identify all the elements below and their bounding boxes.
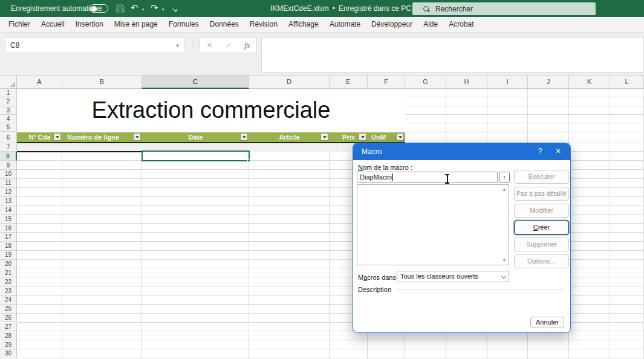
merged-title-cell[interactable]: Extraction commerciale	[17, 89, 405, 132]
filter-dropdown-icon[interactable]	[133, 133, 141, 141]
row-header-24[interactable]: 24	[0, 296, 17, 305]
row-header-20[interactable]: 20	[0, 260, 17, 269]
row-header-10[interactable]: 10	[0, 170, 17, 179]
row-header-4[interactable]: 4	[0, 115, 17, 123]
fill-handle[interactable]	[247, 159, 250, 162]
confirm-entry-icon[interactable]: ✓	[226, 41, 232, 50]
row-header-21[interactable]: 21	[0, 268, 17, 277]
filter-dropdown-icon[interactable]	[53, 133, 61, 141]
row-header-3[interactable]: 3	[0, 106, 17, 115]
column-header-K[interactable]: K	[569, 76, 610, 89]
row-header-7[interactable]: 7	[0, 143, 17, 152]
row-header-13[interactable]: 13	[0, 197, 17, 206]
tab-revision[interactable]: Révision	[244, 17, 283, 32]
row-header-27[interactable]: 27	[0, 323, 17, 332]
row-header-9[interactable]: 9	[0, 161, 17, 170]
row-header-25[interactable]: 25	[0, 305, 17, 314]
row-header-22[interactable]: 22	[0, 277, 17, 286]
row-header-5[interactable]: 5	[0, 123, 17, 132]
row-header-18[interactable]: 18	[0, 242, 17, 251]
row-header-16[interactable]: 16	[0, 224, 17, 233]
row-header-17[interactable]: 17	[0, 233, 17, 242]
close-icon[interactable]: ✕	[553, 147, 563, 155]
search-input[interactable]: Rechercher	[412, 2, 596, 15]
row-header-30[interactable]: 30	[0, 349, 17, 358]
row-header-8[interactable]: 8	[0, 152, 17, 161]
row-header-23[interactable]: 23	[0, 286, 17, 296]
insert-function-icon[interactable]: fx	[244, 40, 250, 50]
filter-dropdown-icon[interactable]	[320, 133, 328, 141]
column-header-H[interactable]: H	[446, 76, 487, 89]
filter-dropdown-icon[interactable]	[240, 133, 248, 141]
redo-icon[interactable]: ↷	[151, 2, 158, 14]
filter-dropdown-icon[interactable]	[359, 133, 366, 141]
run-button[interactable]: Exécuter	[514, 170, 569, 184]
redo-dropdown-icon[interactable]: ▾	[162, 7, 164, 12]
column-header-L[interactable]: L	[610, 76, 644, 89]
column-header-G[interactable]: G	[405, 76, 446, 89]
help-icon[interactable]: ?	[535, 147, 545, 155]
autosave-toggle[interactable]	[89, 4, 108, 13]
row-header-28[interactable]: 28	[0, 331, 17, 340]
column-header-J[interactable]: J	[528, 76, 569, 89]
scroll-up-icon[interactable]: ▲	[502, 187, 507, 192]
formula-input[interactable]	[261, 37, 644, 73]
table-header-article[interactable]: Article	[249, 132, 330, 142]
row-header-6[interactable]: 6	[0, 132, 17, 143]
selected-cell-c8[interactable]	[141, 150, 250, 161]
tab-mise-en-page[interactable]: Mise en page	[109, 17, 163, 32]
tab-donnees[interactable]: Données	[204, 17, 244, 32]
row-header-12[interactable]: 12	[0, 188, 17, 197]
row-header-2[interactable]: 2	[0, 97, 17, 106]
row-header-15[interactable]: 15	[0, 215, 17, 224]
name-box[interactable]: C8 ▾	[5, 37, 184, 53]
cancel-button[interactable]: Annuler	[530, 317, 564, 328]
macro-list[interactable]: ▲ ▼	[357, 184, 509, 265]
table-header-ncde[interactable]: N° Cde	[17, 132, 62, 142]
table-header-prix[interactable]: Prix	[330, 132, 368, 142]
quick-access-chevron-icon[interactable]	[172, 7, 177, 11]
create-button[interactable]: Créer	[514, 221, 569, 234]
cancel-entry-icon[interactable]: ✕	[207, 41, 213, 50]
save-icon[interactable]	[116, 4, 125, 13]
document-title[interactable]: IKMExtCdeE.xlsm • Enregistré dans ce PC	[270, 4, 420, 13]
column-header-C[interactable]: C	[142, 76, 249, 89]
undo-icon[interactable]: ↶	[131, 2, 138, 14]
table-header-numero-ligne[interactable]: Numéro de ligne	[62, 132, 142, 142]
macros-in-select[interactable]: Tous les classeurs ouverts	[397, 271, 509, 282]
tab-developpeur[interactable]: Développeur	[366, 17, 418, 32]
tab-acrobat[interactable]: Acrobat	[443, 17, 479, 32]
table-header-date[interactable]: Date	[142, 132, 249, 142]
filter-dropdown-icon[interactable]	[396, 133, 404, 141]
tab-accueil[interactable]: Accueil	[36, 17, 70, 32]
row-header-26[interactable]: 26	[0, 314, 17, 323]
column-header-I[interactable]: I	[487, 76, 528, 89]
scroll-down-icon[interactable]: ▼	[502, 257, 507, 263]
row-header-1[interactable]: 1	[0, 89, 17, 97]
row-header-11[interactable]: 11	[0, 179, 17, 188]
column-header-E[interactable]: E	[330, 76, 368, 89]
row-header-29[interactable]: 29	[0, 340, 17, 349]
tab-automate[interactable]: Automate	[324, 17, 366, 32]
tab-insertion[interactable]: Insertion	[70, 17, 109, 32]
row-header-19[interactable]: 19	[0, 251, 17, 260]
macro-name-input[interactable]: DiapMacro	[357, 172, 498, 183]
tab-affichage[interactable]: Affichage	[283, 17, 324, 32]
column-header-A[interactable]: A	[17, 76, 62, 89]
select-all-corner[interactable]	[0, 76, 17, 89]
tab-fichier[interactable]: Fichier	[3, 17, 36, 32]
dialog-title-bar[interactable]: Macro ? ✕	[353, 143, 570, 160]
undo-dropdown-icon[interactable]: ▾	[142, 7, 145, 12]
tab-aide[interactable]: Aide	[418, 17, 443, 32]
name-box-caret-icon[interactable]: ▾	[176, 38, 179, 53]
step-into-button[interactable]: Pas à pas détaillé	[514, 187, 569, 201]
collapse-dialog-up-icon[interactable]: ↑	[499, 172, 510, 183]
delete-button[interactable]: Supprimer	[514, 238, 569, 251]
column-header-B[interactable]: B	[62, 76, 142, 89]
options-button[interactable]: Options...	[514, 254, 569, 268]
column-header-D[interactable]: D	[249, 76, 330, 89]
row-header-14[interactable]: 14	[0, 205, 17, 215]
column-header-F[interactable]: F	[368, 76, 405, 89]
tab-formules[interactable]: Formules	[163, 17, 204, 32]
table-header-unm[interactable]: UnM	[368, 132, 405, 142]
